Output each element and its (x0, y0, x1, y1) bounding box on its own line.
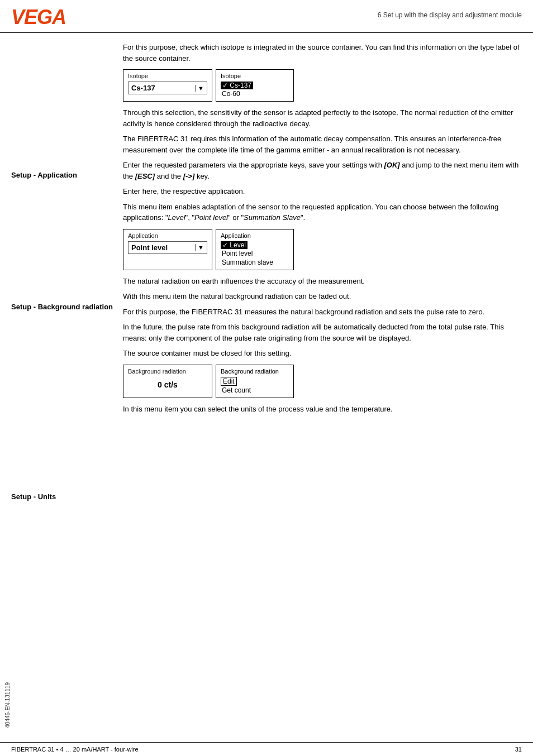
application-dropdown-box: Application Point level ▼ (123, 229, 212, 270)
page-header: VEGA 6 Set up with the display and adjus… (0, 0, 533, 33)
isotope-co60-item[interactable]: Co-60 (221, 89, 289, 98)
background-edit-item[interactable]: Edit (221, 377, 237, 386)
isotope-right-label: Isotope (221, 73, 289, 79)
page-footer: FIBERTRAC 31 • 4 … 20 mA/HART - four-wir… (0, 742, 533, 756)
right-column: For this purpose, check which isotope is… (123, 42, 522, 503)
chapter-title: 6 Set up with the display and adjustment… (378, 6, 522, 19)
footer-page: 31 (515, 746, 522, 753)
application-ui-pair: Application Point level ▼ Application ✓ … (123, 229, 522, 270)
background-right-label: Background radiation (221, 368, 289, 375)
background-para-1: The natural radiation on earth influence… (123, 276, 522, 287)
application-summation-item[interactable]: Summation slave (221, 258, 289, 267)
application-value: Point level (131, 243, 168, 252)
background-para-3: For this purpose, the FIBERTRAC 31 measu… (123, 307, 522, 318)
background-getcount-item[interactable]: Get count (221, 386, 289, 395)
units-para-1: In this menu item you can select the uni… (123, 404, 522, 415)
vega-logo: VEGA (11, 6, 66, 29)
isotope-list-box: Isotope ✓ Cs-137 Co-60 (216, 69, 294, 102)
background-list-box: Background radiation Edit Get count (216, 365, 294, 398)
application-dropdown-arrow-icon[interactable]: ▼ (195, 244, 204, 251)
setup-units-label: Setup - Units (11, 492, 117, 502)
application-dropdown[interactable]: Point level ▼ (128, 241, 207, 254)
application-right-label: Application (221, 232, 289, 239)
footer-product: FIBERTRAC 31 • 4 … 20 mA/HART - four-wir… (11, 746, 139, 753)
application-para-1: Enter here, the respective application. (123, 186, 522, 197)
application-para-2: This menu item enables adaptation of the… (123, 202, 522, 223)
isotope-left-label: Isotope (128, 73, 207, 79)
isotope-para-3: The FIBERTRAC 31 requires this informati… (123, 133, 522, 155)
isotope-ui-pair: Isotope Cs-137 ▼ Isotope ✓ Cs-137 Co-60 (123, 69, 522, 102)
doc-number: 40446-EN-131119 (4, 682, 11, 728)
dropdown-arrow-icon[interactable]: ▼ (195, 85, 204, 92)
main-content: Setup - Application Setup - Background r… (0, 33, 533, 536)
application-pointlevel-item[interactable]: Point level (221, 249, 289, 258)
intro-para-1: For this purpose, check which isotope is… (123, 42, 522, 64)
isotope-para-4: Enter the requested parameters via the a… (123, 160, 522, 181)
setup-background-label: Setup - Background radiation (11, 302, 117, 312)
background-value: 0 ct/s (128, 377, 207, 391)
application-left-label: Application (128, 232, 207, 239)
background-value-box: Background radiation 0 ct/s (123, 365, 212, 398)
background-para-5: The source container must be closed for … (123, 348, 522, 359)
application-list-box: Application ✓ Level Point level Summatio… (216, 229, 294, 270)
setup-application-label: Setup - Application (11, 170, 117, 180)
isotope-value: Cs-137 (131, 84, 155, 92)
isotope-dropdown-box: Isotope Cs-137 ▼ (123, 69, 212, 102)
application-level-item[interactable]: ✓ Level (221, 241, 248, 249)
isotope-cs137-item[interactable]: ✓ Cs-137 (221, 82, 253, 89)
background-left-label: Background radiation (128, 368, 207, 375)
background-para-2: With this menu item the natural backgrou… (123, 291, 522, 302)
isotope-para-2: Through this selection, the sensitivity … (123, 107, 522, 129)
background-ui-pair: Background radiation 0 ct/s Background r… (123, 365, 522, 398)
left-column: Setup - Application Setup - Background r… (11, 42, 123, 503)
background-para-4: In the future, the pulse rate from this … (123, 322, 522, 343)
isotope-dropdown[interactable]: Cs-137 ▼ (128, 82, 207, 94)
